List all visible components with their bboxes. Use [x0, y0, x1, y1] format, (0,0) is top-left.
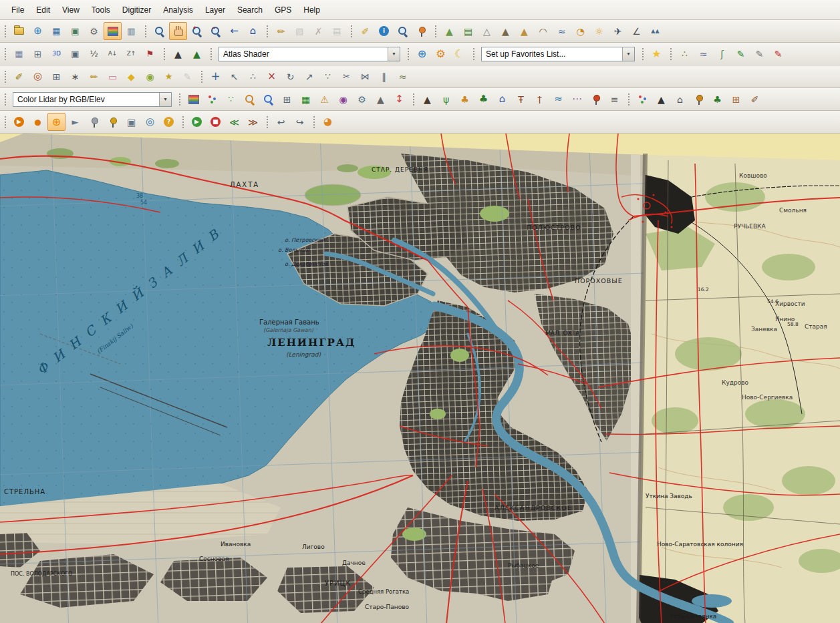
classify-med-veg-button[interactable]: ♣ — [456, 90, 474, 108]
download-online-button[interactable]: ⊕ — [29, 22, 47, 40]
measure-tool-button[interactable]: ✐ — [356, 22, 374, 40]
toolbar-grip[interactable] — [200, 70, 203, 83]
freehand-draw-button[interactable]: ≈ — [694, 45, 712, 63]
map-layout-button[interactable]: ▥ — [122, 22, 140, 40]
lidar-zoom-noise-button[interactable] — [259, 90, 277, 108]
shader-combo[interactable]: Atlas Shader▼ — [219, 47, 400, 61]
gps-vector-button[interactable]: ► — [66, 113, 84, 131]
map-canvas[interactable]: Ф И Н С К И Й З А Л И В(Finskij Saliw)ЛЕ… — [0, 134, 840, 623]
route-next-button[interactable]: ↪ — [291, 113, 309, 131]
lidar-classify-ring-button[interactable]: ◉ — [334, 90, 352, 108]
toolbar-grip[interactable] — [472, 47, 475, 61]
draw-red-pen-button[interactable]: ✎ — [769, 45, 787, 63]
dual-view-button[interactable]: ▣ — [66, 45, 84, 63]
menu-item-gps[interactable]: GPS — [269, 2, 297, 18]
toolbar-grip[interactable] — [350, 25, 353, 38]
map-catalog-button[interactable]: ▦ — [10, 45, 28, 63]
lidar-auto-classify-button[interactable]: ∵ — [222, 90, 240, 108]
range-rings-button[interactable]: ◉ — [141, 67, 159, 85]
classify-rail-button[interactable]: ≡ — [605, 90, 623, 108]
sort-descending-button[interactable]: Z↑ — [122, 45, 140, 63]
delete-feature-button[interactable]: ✗ — [309, 22, 327, 40]
terrain-pair-button[interactable]: ▲ — [497, 22, 515, 40]
draw-green-pen-button[interactable]: ✎ — [732, 45, 750, 63]
full-extent-button[interactable]: ⌂ — [244, 22, 262, 40]
create-point-button[interactable]: ∗ — [66, 67, 84, 85]
terrain-paint-button[interactable]: ▲ — [515, 22, 533, 40]
sort-ascending-button[interactable]: A↓ — [104, 45, 122, 63]
menu-item-file[interactable]: File — [5, 2, 30, 18]
menu-item-help[interactable]: Help — [297, 2, 326, 18]
toolbar-grip[interactable] — [266, 25, 269, 38]
options-gear-button[interactable]: ⚙ — [432, 45, 450, 63]
combo-dropdown-arrow-icon[interactable]: ▼ — [159, 93, 171, 106]
sim-play-button[interactable]: ▶ — [188, 113, 206, 131]
classify-search-button[interactable] — [587, 90, 605, 108]
view-3d-terrain-button[interactable]: ▲▲ — [646, 22, 664, 40]
lidar-qc-button[interactable]: ⚠ — [315, 90, 333, 108]
lidar-grid-button[interactable]: ⊞ — [278, 90, 296, 108]
rotate-feature-button[interactable]: ↻ — [281, 67, 299, 85]
lidar-draw-points-button[interactable] — [203, 90, 221, 108]
insert-vertex-button[interactable]: ∴ — [244, 67, 262, 85]
geocode-address-button[interactable] — [412, 22, 430, 40]
sim-slower-button[interactable]: ≪ — [225, 113, 243, 131]
toolbar-grip[interactable] — [4, 70, 7, 83]
toolbar-grip[interactable] — [4, 25, 7, 38]
lidar-tiles-button[interactable]: ⊞ — [727, 90, 745, 108]
toolbar-grip[interactable] — [210, 47, 213, 61]
cleanup-features-button[interactable]: ≈ — [394, 67, 412, 85]
extract-ground-button[interactable]: ▲ — [652, 90, 670, 108]
menu-item-search[interactable]: Search — [231, 2, 269, 18]
classify-powerline-button[interactable]: Ŧ — [512, 90, 530, 108]
map-viewport[interactable]: Ф И Н С К И Й З А Л И В(Finskij Saliw)ЛЕ… — [0, 134, 840, 623]
toolbar-grip[interactable] — [407, 47, 410, 61]
night-shade-button[interactable]: ☾ — [450, 45, 468, 63]
toolbar-grip[interactable] — [313, 116, 315, 129]
lidar-terrain-button[interactable]: ▲ — [372, 90, 390, 108]
toolbar-grip[interactable] — [4, 116, 7, 129]
sim-faster-button[interactable]: ≫ — [244, 113, 262, 131]
classify-ground-button[interactable]: ▲ — [418, 90, 436, 108]
select-features-button[interactable]: ▧ — [291, 22, 309, 40]
classify-low-veg-button[interactable]: ψ — [437, 90, 455, 108]
hillshade-button[interactable]: ▲ — [188, 45, 206, 63]
menu-item-digitizer[interactable]: Digitizer — [116, 2, 157, 18]
extract-points-button[interactable] — [634, 90, 652, 108]
lidar-extract-grid-button[interactable]: ▦ — [297, 90, 315, 108]
feature-attributes-button[interactable]: ▤ — [328, 22, 346, 40]
sketch-points-button[interactable]: ∴ — [676, 45, 694, 63]
combo-dropdown-arrow-icon[interactable]: ▼ — [622, 47, 634, 61]
snap-vertex-button[interactable]: ∵ — [319, 67, 337, 85]
classify-pole-button[interactable]: † — [531, 90, 549, 108]
create-area-button[interactable]: ◆ — [122, 67, 140, 85]
draw-pen-button[interactable]: ✎ — [750, 45, 768, 63]
eraser-button[interactable]: ▭ — [104, 67, 122, 85]
pie-statistics-button[interactable]: ◕ — [319, 113, 337, 131]
auto-trace-button[interactable]: ★ — [160, 67, 178, 85]
zoom-tool-button[interactable] — [150, 22, 168, 40]
move-feature-button[interactable]: + — [206, 67, 225, 85]
toolbar-grip[interactable] — [4, 47, 7, 61]
overlay-control-center-button[interactable] — [104, 22, 122, 40]
broadcast-tower-button[interactable]: ⚑ — [141, 45, 159, 63]
menu-item-view[interactable]: View — [56, 2, 86, 18]
scale-feature-button[interactable]: ↗ — [300, 67, 318, 85]
menu-item-layer[interactable]: Layer — [199, 2, 231, 18]
contour-generation-button[interactable]: ◠ — [534, 22, 552, 40]
create-grid-button[interactable]: ⊞ — [47, 67, 65, 85]
elevation-layers-button[interactable]: ▤ — [459, 22, 477, 40]
toolbar-grip[interactable] — [266, 116, 269, 129]
slope-tool-button[interactable]: ∠ — [627, 22, 646, 40]
lidar-combo[interactable]: Color Lidar by RGB/Elev▼ — [13, 92, 172, 107]
toolbar-grip[interactable] — [670, 47, 672, 61]
measure-line-button[interactable]: ✐ — [10, 67, 28, 85]
classify-high-veg-button[interactable]: ♣ — [474, 90, 493, 108]
sim-stop-button[interactable]: ■ — [206, 113, 225, 131]
classify-water-button[interactable]: ≈ — [549, 90, 567, 108]
search-features-button[interactable] — [394, 22, 412, 40]
save-workspace-button[interactable]: ▦ — [47, 22, 65, 40]
path-profile-button[interactable]: ≈ — [553, 22, 571, 40]
route-previous-button[interactable]: ↩ — [272, 113, 290, 131]
previous-view-button[interactable]: ← — [225, 22, 243, 40]
